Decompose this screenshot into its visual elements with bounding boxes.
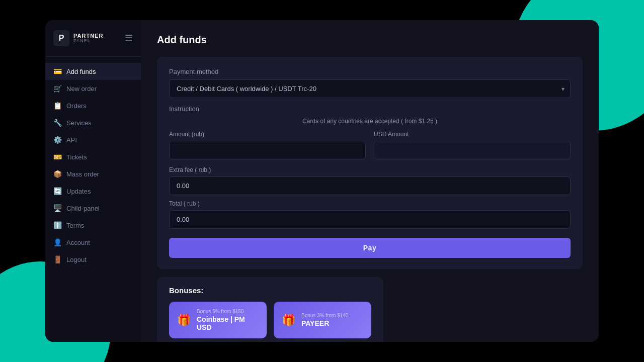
instruction-section: Instruction Cards of any countries are a…	[169, 105, 571, 129]
bonus-icon-0: 🎁	[177, 314, 191, 327]
sidebar-item-tickets[interactable]: 🎫 Tickets	[45, 148, 141, 165]
sidebar-item-label: API	[66, 136, 77, 144]
logout-icon: 🚪	[53, 255, 61, 263]
sidebar-item-label: Orders	[66, 102, 87, 110]
bonus-card-1[interactable]: 🎁 Bonus 3% from $140 PAYEER	[274, 302, 371, 338]
instruction-text: Cards of any countries are accepted ( fr…	[169, 116, 571, 129]
pay-button[interactable]: Pay	[169, 238, 571, 258]
total-row: Total ( rub ) 0.00	[169, 200, 571, 229]
child-panel-icon: 🖥️	[53, 204, 61, 212]
logo-icon: P	[53, 30, 69, 46]
bonuses-title: Bonuses:	[169, 286, 371, 295]
account-icon: 👤	[53, 238, 61, 246]
extra-fee-value: 0.00	[169, 176, 571, 195]
logo-box: P PARTNER PANEL	[53, 30, 103, 46]
logo-subtitle: PANEL	[73, 39, 103, 44]
payment-method-wrapper: Credit / Debit Cards ( worldwide ) / USD…	[169, 79, 571, 98]
page-title: Add funds	[157, 34, 583, 46]
sidebar-logo: P PARTNER PANEL ☰	[45, 20, 141, 57]
sidebar-item-api[interactable]: ⚙️ API	[45, 131, 141, 148]
usd-amount-label: USD Amount	[374, 131, 571, 138]
api-icon: ⚙️	[53, 136, 61, 144]
sidebar: P PARTNER PANEL ☰ 💳 Add funds 🛒 New orde…	[45, 20, 141, 342]
sidebar-item-add-funds[interactable]: 💳 Add funds	[45, 63, 141, 80]
instruction-label: Instruction	[169, 105, 571, 113]
mass-order-icon: 📦	[53, 170, 61, 178]
sidebar-item-label: Account	[66, 239, 90, 246]
bonus-card-0[interactable]: 🎁 Bonus 5% from $150 Coinbase | PM USD	[169, 302, 267, 338]
amount-rub-col: Amount (rub)	[169, 131, 366, 159]
services-icon: 🔧	[53, 119, 61, 127]
hamburger-icon[interactable]: ☰	[125, 33, 133, 44]
sidebar-item-label: Mass order	[66, 170, 99, 178]
amount-rub-label: Amount (rub)	[169, 131, 366, 138]
amount-rub-input[interactable]	[169, 141, 366, 159]
bonus-info-1: Bonus 3% from $140 PAYEER	[301, 313, 348, 327]
add-funds-card: Payment method Credit / Debit Cards ( wo…	[157, 57, 583, 269]
app-window: P PARTNER PANEL ☰ 💳 Add funds 🛒 New orde…	[45, 20, 599, 342]
sidebar-item-label: Add funds	[66, 68, 96, 75]
main-content: Add funds Payment method Credit / Debit …	[141, 20, 599, 342]
sidebar-nav: 💳 Add funds 🛒 New order 📋 Orders 🔧 Servi…	[45, 57, 141, 342]
sidebar-item-label: Tickets	[66, 153, 87, 161]
terms-icon: ℹ️	[53, 221, 61, 229]
bonus-tag-1: Bonus 3% from $140	[301, 313, 348, 318]
payment-method-label: Payment method	[169, 68, 571, 75]
orders-icon: 📋	[53, 102, 61, 110]
usd-amount-col: USD Amount	[374, 131, 571, 159]
sidebar-item-updates[interactable]: 🔄 Updates	[45, 183, 141, 200]
sidebar-item-terms[interactable]: ℹ️ Terms	[45, 217, 141, 234]
extra-fee-row: Extra fee ( rub ) 0.00	[169, 166, 571, 195]
sidebar-item-orders[interactable]: 📋 Orders	[45, 97, 141, 114]
sidebar-item-label: New order	[66, 85, 97, 93]
bonuses-section: Bonuses: 🎁 Bonus 5% from $150 Coinbase |…	[157, 277, 383, 342]
total-value: 0.00	[169, 210, 571, 229]
bonus-name-0: Coinbase | PM USD	[197, 315, 259, 331]
bonus-info-0: Bonus 5% from $150 Coinbase | PM USD	[197, 309, 259, 331]
new-order-icon: 🛒	[53, 84, 61, 93]
payment-method-select[interactable]: Credit / Debit Cards ( worldwide ) / USD…	[169, 79, 571, 98]
sidebar-item-logout[interactable]: 🚪 Logout	[45, 251, 141, 268]
sidebar-item-label: Terms	[66, 222, 84, 229]
sidebar-item-label: Logout	[66, 256, 87, 263]
sidebar-item-new-order[interactable]: 🛒 New order	[45, 80, 141, 97]
payment-method-section: Payment method Credit / Debit Cards ( wo…	[169, 68, 571, 98]
sidebar-item-child-panel[interactable]: 🖥️ Child-panel	[45, 200, 141, 217]
total-label: Total ( rub )	[169, 200, 571, 207]
logo-text: PARTNER PANEL	[73, 33, 103, 44]
bonus-tag-0: Bonus 5% from $150	[197, 309, 259, 314]
add-funds-icon: 💳	[53, 67, 61, 75]
extra-fee-label: Extra fee ( rub )	[169, 166, 571, 173]
amount-row: Amount (rub) USD Amount	[169, 131, 571, 159]
sidebar-item-label: Child-panel	[66, 205, 100, 212]
sidebar-item-account[interactable]: 👤 Account	[45, 234, 141, 251]
sidebar-item-label: Services	[66, 119, 92, 127]
sidebar-item-services[interactable]: 🔧 Services	[45, 114, 141, 131]
sidebar-item-label: Updates	[66, 188, 91, 195]
bonus-name-1: PAYEER	[301, 319, 348, 327]
tickets-icon: 🎫	[53, 153, 61, 161]
bonus-cards: 🎁 Bonus 5% from $150 Coinbase | PM USD 🎁…	[169, 302, 371, 338]
usd-amount-input[interactable]	[374, 141, 571, 159]
bonus-icon-1: 🎁	[282, 314, 295, 327]
updates-icon: 🔄	[53, 187, 61, 195]
sidebar-item-mass-order[interactable]: 📦 Mass order	[45, 165, 141, 183]
